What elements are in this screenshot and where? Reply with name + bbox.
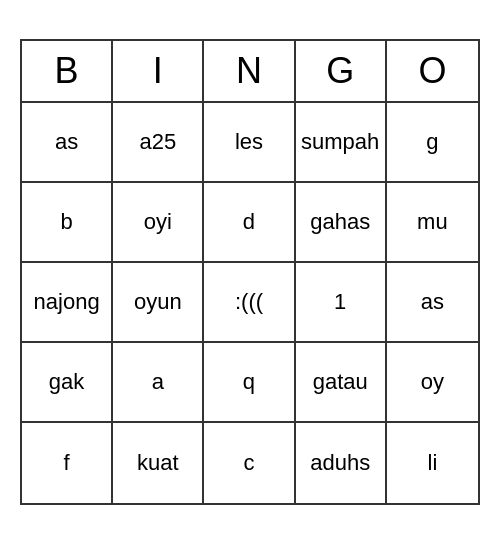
- bingo-cell-r1-c2: d: [204, 183, 295, 263]
- bingo-cell-r4-c3: aduhs: [296, 423, 387, 503]
- bingo-cell-r4-c0: f: [22, 423, 113, 503]
- bingo-card: BINGO asa25lessumpahgboyidgahasmunajongo…: [20, 39, 480, 505]
- header-cell-i: I: [113, 41, 204, 101]
- bingo-cell-r3-c2: q: [204, 343, 295, 423]
- header-cell-g: G: [296, 41, 387, 101]
- bingo-cell-r0-c4: g: [387, 103, 478, 183]
- header-cell-o: O: [387, 41, 478, 101]
- bingo-cell-r3-c4: oy: [387, 343, 478, 423]
- bingo-cell-r1-c0: b: [22, 183, 113, 263]
- bingo-cell-r3-c3: gatau: [296, 343, 387, 423]
- bingo-cell-r2-c0: najong: [22, 263, 113, 343]
- header-cell-b: B: [22, 41, 113, 101]
- bingo-cell-r2-c2: :(((: [204, 263, 295, 343]
- bingo-cell-r1-c1: oyi: [113, 183, 204, 263]
- bingo-cell-r2-c4: as: [387, 263, 478, 343]
- bingo-cell-r4-c4: li: [387, 423, 478, 503]
- bingo-cell-r0-c3: sumpah: [296, 103, 387, 183]
- bingo-cell-r1-c4: mu: [387, 183, 478, 263]
- bingo-cell-r0-c0: as: [22, 103, 113, 183]
- bingo-cell-r3-c0: gak: [22, 343, 113, 423]
- bingo-cell-r4-c2: c: [204, 423, 295, 503]
- bingo-cell-r0-c2: les: [204, 103, 295, 183]
- bingo-cell-r0-c1: a25: [113, 103, 204, 183]
- bingo-cell-r2-c1: oyun: [113, 263, 204, 343]
- bingo-grid: asa25lessumpahgboyidgahasmunajongoyun:((…: [22, 103, 478, 503]
- header-cell-n: N: [204, 41, 295, 101]
- bingo-cell-r1-c3: gahas: [296, 183, 387, 263]
- bingo-cell-r2-c3: 1: [296, 263, 387, 343]
- bingo-cell-r4-c1: kuat: [113, 423, 204, 503]
- bingo-header: BINGO: [22, 41, 478, 103]
- bingo-cell-r3-c1: a: [113, 343, 204, 423]
